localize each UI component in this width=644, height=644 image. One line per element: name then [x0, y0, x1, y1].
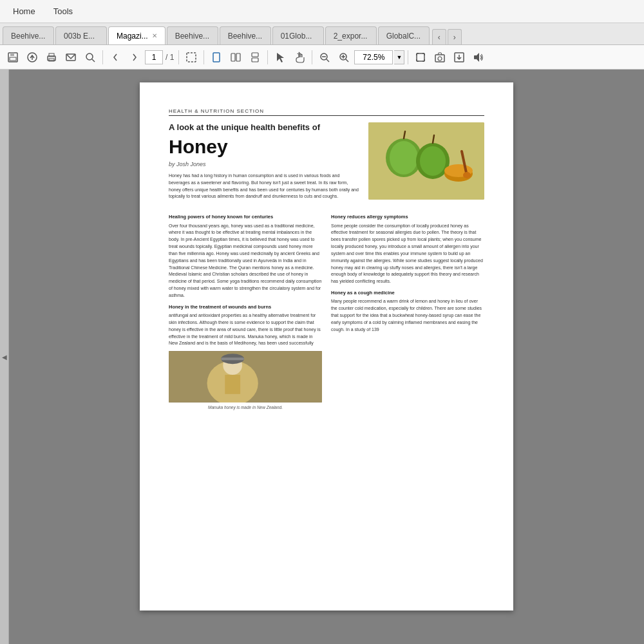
menu-tools[interactable]: Tools — [46, 4, 80, 19]
tab-label: Magazi... — [117, 32, 148, 41]
menu-home[interactable]: Home — [5, 4, 43, 19]
article-col-right: Honey reduces allergy symptoms Some peop… — [331, 209, 484, 411]
col2-text1: Some people consider the consumption of … — [331, 223, 484, 286]
tab-label: Beehive... — [228, 32, 262, 41]
zoom-out-button[interactable] — [316, 48, 334, 66]
tab-003b[interactable]: 003b E... — [55, 26, 107, 44]
zoom-input[interactable] — [354, 50, 393, 64]
upload-button[interactable] — [23, 48, 41, 66]
separator-6 — [408, 50, 408, 64]
tab-2expor[interactable]: 2_expor... — [325, 26, 377, 44]
email-button[interactable] — [62, 48, 80, 66]
col1-text1: Over four thousand years ago, honey was … — [169, 223, 322, 299]
article-title-area: A look at the unique health benefits of … — [169, 122, 361, 203]
save-icon — [7, 52, 19, 63]
page-number-input[interactable] — [145, 50, 163, 64]
article-header: A look at the unique health benefits of … — [169, 122, 484, 203]
col1-heading2: Honey in the treatment of wounds and bur… — [169, 303, 322, 310]
col2-heading1: Honey reduces allergy symptoms — [331, 213, 484, 220]
zoom-in-icon — [338, 52, 350, 63]
svg-line-20 — [327, 59, 329, 62]
email-icon — [65, 52, 77, 63]
audio-button[interactable] — [469, 48, 488, 66]
tab-globalc[interactable]: GlobalC... — [378, 26, 430, 44]
zoom-dropdown-button[interactable]: ▼ — [394, 50, 404, 64]
inset-caption: Manuka honey is made in New Zealand. — [169, 404, 322, 411]
audio-icon — [473, 52, 484, 63]
export-button[interactable] — [450, 48, 468, 66]
tab-label: 003b E... — [64, 32, 95, 41]
scroll-page-icon — [251, 52, 260, 62]
two-page-icon — [231, 52, 241, 62]
print-button[interactable] — [43, 48, 61, 66]
tab-label: 01Glob... — [281, 32, 312, 41]
hand-icon — [294, 52, 305, 63]
separator-1 — [102, 50, 103, 64]
svg-line-10 — [92, 59, 95, 62]
tab-bar: Beehive... 003b E... Magazi... ✕ Beehive… — [0, 23, 644, 45]
tab-beehive2[interactable]: Beehive... — [167, 26, 218, 44]
svg-point-9 — [86, 53, 93, 60]
next-page-button[interactable] — [126, 48, 144, 66]
single-page-button[interactable] — [207, 48, 225, 66]
hand-tool-button[interactable] — [290, 48, 308, 66]
find-button[interactable] — [81, 48, 99, 66]
svg-rect-25 — [417, 53, 424, 61]
svg-marker-17 — [277, 53, 284, 62]
separator-5 — [312, 50, 312, 64]
article-hero-image — [368, 122, 484, 200]
article-byline: by Josh Jones — [169, 161, 361, 167]
tab-close-icon[interactable]: ✕ — [152, 32, 157, 39]
zoom-out-icon — [319, 52, 330, 63]
svg-point-41 — [390, 141, 418, 175]
svg-point-43 — [420, 146, 446, 176]
beekeeper-illustration — [169, 351, 322, 402]
tab-label: GlobalC... — [386, 32, 421, 41]
col1-text2: antifungal and antioxidant properties as… — [169, 312, 322, 347]
menu-bar: Home Tools — [0, 0, 644, 23]
article-col-left: Healing powers of honey known for centur… — [169, 209, 322, 411]
two-page-button[interactable] — [227, 48, 245, 66]
article-body: Healing powers of honey known for centur… — [169, 209, 484, 411]
tab-label: Beehive... — [175, 32, 209, 41]
marquee-zoom-button[interactable] — [182, 48, 200, 66]
zoom-in-button[interactable] — [335, 48, 353, 66]
tab-label: 2_expor... — [334, 32, 368, 41]
single-page-icon — [212, 52, 221, 62]
col2-text2: Many people recommend a warm drink of le… — [331, 298, 484, 333]
prev-page-button[interactable] — [106, 48, 124, 66]
col2-heading2: Honey as a cough medicine — [331, 289, 484, 296]
left-panel: ◀ — [0, 70, 9, 644]
separator-4 — [267, 50, 268, 64]
svg-point-35 — [438, 57, 442, 61]
cursor-button[interactable] — [271, 48, 289, 66]
fit-page-button[interactable] — [412, 48, 430, 66]
svg-rect-53 — [225, 375, 240, 394]
tab-prev-button[interactable]: ‹ — [432, 29, 446, 44]
left-panel-toggle[interactable]: ◀ — [2, 354, 7, 361]
section-label: HEALTH & NUTRITION SECTION — [169, 108, 484, 116]
document-area: HEALTH & NUTRITION SECTION A look at the… — [9, 70, 644, 644]
snapshot-button[interactable] — [431, 48, 449, 66]
marquee-zoom-icon — [185, 52, 197, 63]
tab-next-button[interactable]: › — [448, 29, 462, 44]
tab-magazi[interactable]: Magazi... ✕ — [108, 26, 166, 44]
svg-point-49 — [463, 172, 471, 178]
scroll-page-button[interactable] — [246, 48, 264, 66]
export-icon — [453, 52, 465, 63]
separator-2 — [178, 50, 179, 64]
svg-rect-16 — [252, 58, 258, 62]
hero-illustration — [368, 122, 484, 200]
svg-rect-12 — [213, 53, 220, 62]
svg-rect-13 — [231, 53, 235, 61]
search-icon — [84, 52, 96, 63]
tab-beehive3[interactable]: Beehive... — [220, 26, 271, 44]
svg-rect-2 — [10, 57, 16, 61]
document-page: HEALTH & NUTRITION SECTION A look at the… — [140, 82, 513, 611]
tab-beehive1[interactable]: Beehive... — [3, 26, 54, 44]
article-pretitle: A look at the unique health benefits of — [169, 122, 361, 133]
separator-3 — [204, 50, 204, 64]
tab-01glob[interactable]: 01Glob... — [272, 26, 324, 44]
save-button[interactable] — [4, 48, 22, 66]
toolbar: / 1 ▼ — [0, 45, 644, 70]
